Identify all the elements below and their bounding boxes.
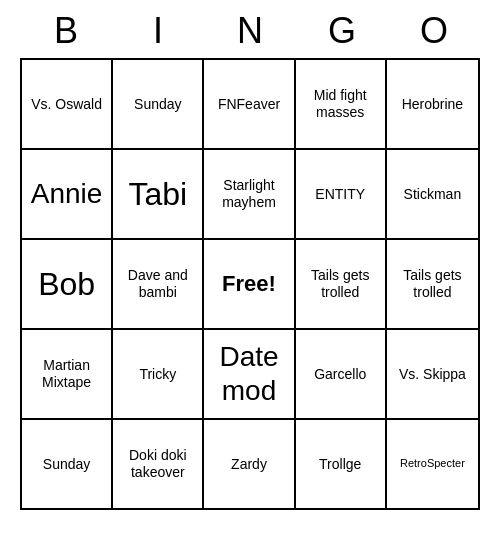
bingo-cell[interactable]: Tricky xyxy=(113,330,204,418)
bingo-cell[interactable]: Tabi xyxy=(113,150,204,238)
bingo-cell[interactable]: Tails gets trolled xyxy=(387,240,478,328)
bingo-cell[interactable]: Date mod xyxy=(204,330,295,418)
bingo-cell[interactable]: Vs. Oswald xyxy=(22,60,113,148)
bingo-cell[interactable]: Trollge xyxy=(296,420,387,508)
bingo-cell[interactable]: Sunday xyxy=(113,60,204,148)
bingo-cell[interactable]: RetroSpecter xyxy=(387,420,478,508)
bingo-row: Vs. OswaldSundayFNFeaverMid fight masses… xyxy=(22,60,478,150)
bingo-row: BobDave and bambiFree!Tails gets trolled… xyxy=(22,240,478,330)
bingo-cell[interactable]: Herobrine xyxy=(387,60,478,148)
bingo-cell[interactable]: Mid fight masses xyxy=(296,60,387,148)
letter-o: O xyxy=(394,10,474,52)
bingo-header: B I N G O xyxy=(20,0,480,58)
bingo-cell[interactable]: Martian Mixtape xyxy=(22,330,113,418)
bingo-row: SundayDoki doki takeoverZardyTrollgeRetr… xyxy=(22,420,478,508)
bingo-cell[interactable]: ENTITY xyxy=(296,150,387,238)
letter-b: B xyxy=(26,10,106,52)
letter-n: N xyxy=(210,10,290,52)
bingo-cell[interactable]: Free! xyxy=(204,240,295,328)
bingo-cell[interactable]: Zardy xyxy=(204,420,295,508)
bingo-cell[interactable]: Doki doki takeover xyxy=(113,420,204,508)
bingo-cell[interactable]: Stickman xyxy=(387,150,478,238)
bingo-cell[interactable]: FNFeaver xyxy=(204,60,295,148)
bingo-cell[interactable]: Starlight mayhem xyxy=(204,150,295,238)
bingo-row: AnnieTabiStarlight mayhemENTITYStickman xyxy=(22,150,478,240)
bingo-row: Martian MixtapeTrickyDate modGarcelloVs.… xyxy=(22,330,478,420)
bingo-grid: Vs. OswaldSundayFNFeaverMid fight masses… xyxy=(20,58,480,510)
bingo-cell[interactable]: Vs. Skippa xyxy=(387,330,478,418)
bingo-cell[interactable]: Annie xyxy=(22,150,113,238)
bingo-cell[interactable]: Dave and bambi xyxy=(113,240,204,328)
letter-g: G xyxy=(302,10,382,52)
bingo-cell[interactable]: Sunday xyxy=(22,420,113,508)
bingo-cell[interactable]: Bob xyxy=(22,240,113,328)
bingo-cell[interactable]: Tails gets trolled xyxy=(296,240,387,328)
letter-i: I xyxy=(118,10,198,52)
bingo-cell[interactable]: Garcello xyxy=(296,330,387,418)
